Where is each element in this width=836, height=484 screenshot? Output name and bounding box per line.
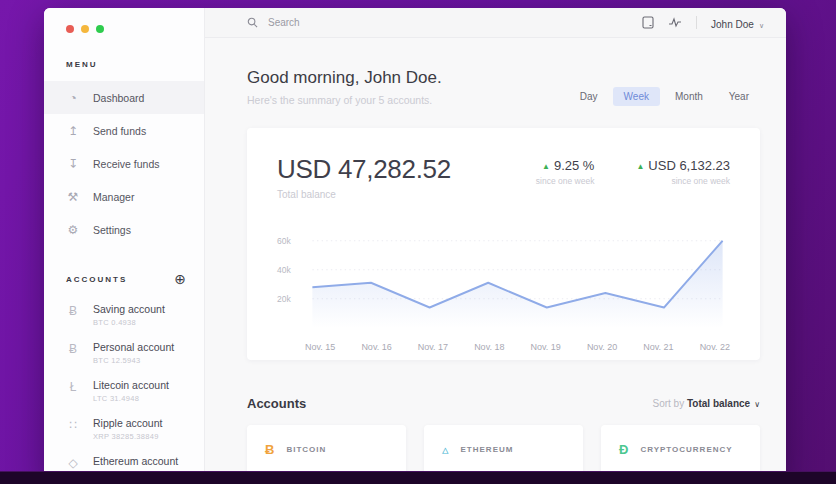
account-balance: BTC 0.4938 — [93, 318, 165, 327]
x-tick-label: Nov. 18 — [474, 342, 504, 352]
balance-card: USD 47,282.52 Total balance ▲9.25 %since… — [247, 128, 760, 360]
top-bar: John Doe∨ — [205, 8, 786, 38]
tab-year[interactable]: Year — [718, 87, 760, 106]
chevron-down-icon: ∨ — [759, 22, 764, 29]
receive-funds-icon: ↧ — [66, 157, 80, 171]
ripple-icon: ∷ — [66, 418, 80, 432]
sidebar-item-receive-funds[interactable]: ↧Receive funds — [44, 147, 204, 180]
search-input[interactable] — [268, 17, 468, 28]
crypto-card-ethereum[interactable]: ▵ETHEREUM — [424, 425, 583, 473]
chart-y-axis: 20k40k60k — [277, 220, 305, 332]
sidebar-item-settings[interactable]: ⚙Settings — [44, 213, 204, 246]
sidebar-item-manager[interactable]: ⚒Manager — [44, 180, 204, 213]
menu-section-label: MENU — [44, 60, 204, 69]
sidebar: MENU ◔Dashboard↥Send funds↧Receive funds… — [44, 8, 205, 484]
close-window-icon[interactable] — [66, 25, 74, 33]
triangle-up-icon: ▲ — [542, 162, 550, 171]
greeting-row: Good morning, John Doe. Here's the summa… — [247, 68, 760, 106]
x-tick-label: Nov. 20 — [587, 342, 617, 352]
sidebar-item-dashboard[interactable]: ◔Dashboard — [44, 81, 204, 114]
change-stat-2: ▲USD 6,132.23since one week — [636, 158, 730, 186]
accounts-list: ɃSaving accountBTC 0.4938ɃPersonal accou… — [44, 296, 204, 477]
crypto-card-label: CRYPTOCURRENCY — [640, 445, 732, 454]
search-bar — [247, 17, 642, 28]
zoom-window-icon[interactable] — [96, 25, 104, 33]
ethereum-icon: ◇ — [66, 456, 80, 470]
sidebar-item-label: Dashboard — [93, 92, 144, 104]
bottom-band — [0, 471, 836, 484]
x-tick-label: Nov. 21 — [643, 342, 673, 352]
x-tick-label: Nov. 19 — [531, 342, 561, 352]
window-controls — [44, 8, 204, 33]
add-account-button[interactable]: ⊕ — [174, 272, 186, 286]
crypto-card-bitcoin[interactable]: ɃBITCOIN — [247, 425, 406, 473]
change-value: 9.25 % — [554, 158, 594, 173]
search-icon — [247, 17, 258, 28]
account-name: Personal account — [93, 341, 174, 353]
content-area: John Doe∨ Good morning, John Doe. Here's… — [205, 8, 786, 484]
app-window: MENU ◔Dashboard↥Send funds↧Receive funds… — [44, 8, 786, 484]
sidebar-account-personal-account[interactable]: ɃPersonal accountBTC 12.5943 — [44, 334, 204, 372]
x-tick-label: Nov. 15 — [305, 342, 335, 352]
accounts-list-title: Accounts — [247, 396, 306, 411]
sidebar-account-ripple-account[interactable]: ∷Ripple accountXRP 38285.38849 — [44, 410, 204, 448]
sort-label: Sort by — [653, 398, 685, 409]
y-tick-label: 20k — [277, 294, 291, 304]
sidebar-item-label: Receive funds — [93, 158, 160, 170]
balance-changes: ▲9.25 %since one week▲USD 6,132.23since … — [536, 154, 730, 186]
sidebar-account-saving-account[interactable]: ɃSaving accountBTC 0.4938 — [44, 296, 204, 334]
bitcoin-icon: Ƀ — [265, 442, 274, 457]
main-panel: Good morning, John Doe. Here's the summa… — [205, 38, 786, 484]
menu-list: ◔Dashboard↥Send funds↧Receive funds⚒Mana… — [44, 81, 204, 246]
sort-dropdown[interactable]: Sort by Total balance∨ — [653, 398, 761, 409]
total-balance-label: Total balance — [277, 189, 451, 200]
chevron-down-icon: ∨ — [754, 400, 760, 409]
tab-day[interactable]: Day — [569, 87, 609, 106]
desktop-background: MENU ◔Dashboard↥Send funds↧Receive funds… — [0, 0, 836, 484]
accounts-section-header: ACCOUNTS ⊕ — [44, 272, 204, 286]
change-stat-1: ▲9.25 %since one week — [536, 158, 595, 186]
sidebar-account-litecoin-account[interactable]: ŁLitecoin accountLTC 31.4948 — [44, 372, 204, 410]
reports-icon[interactable] — [642, 16, 654, 29]
sidebar-item-label: Settings — [93, 224, 131, 236]
divider — [696, 16, 697, 29]
x-tick-label: Nov. 17 — [418, 342, 448, 352]
balance-chart: 20k40k60k Nov. 15Nov. 16Nov. 17Nov. 18No… — [277, 220, 730, 352]
chart-x-axis: Nov. 15Nov. 16Nov. 17Nov. 18Nov. 19Nov. … — [305, 342, 730, 352]
crypto-card-cryptocurrency[interactable]: ÐCRYPTOCURRENCY — [601, 425, 760, 473]
settings-icon: ⚙ — [66, 223, 80, 237]
accounts-section-label: ACCOUNTS — [44, 275, 127, 284]
user-menu[interactable]: John Doe∨ — [711, 14, 764, 32]
change-period: since one week — [536, 176, 595, 186]
change-value: USD 6,132.23 — [648, 158, 730, 173]
page-subtitle: Here's the summary of your 5 accounts. — [247, 94, 442, 106]
account-name: Ripple account — [93, 417, 162, 429]
balance-header: USD 47,282.52 Total balance ▲9.25 %since… — [277, 154, 730, 200]
y-tick-label: 60k — [277, 236, 291, 246]
account-name: Saving account — [93, 303, 165, 315]
crypto-cards-row: ɃBITCOIN▵ETHEREUMÐCRYPTOCURRENCY — [247, 425, 760, 473]
x-tick-label: Nov. 22 — [700, 342, 730, 352]
activity-icon[interactable] — [668, 17, 682, 28]
tab-month[interactable]: Month — [664, 87, 714, 106]
account-name: Litecoin account — [93, 379, 169, 391]
tab-week[interactable]: Week — [613, 87, 660, 106]
sidebar-item-label: Send funds — [93, 125, 146, 137]
minimize-window-icon[interactable] — [81, 25, 89, 33]
y-tick-label: 40k — [277, 265, 291, 275]
page-title: Good morning, John Doe. — [247, 68, 442, 88]
top-bar-actions: John Doe∨ — [642, 14, 764, 32]
ethereum-icon: ▵ — [442, 442, 449, 457]
sidebar-item-send-funds[interactable]: ↥Send funds — [44, 114, 204, 147]
total-balance-amount: USD 47,282.52 — [277, 154, 451, 185]
range-tabs: DayWeekMonthYear — [569, 87, 760, 106]
manager-icon: ⚒ — [66, 190, 80, 204]
sort-value: Total balance — [687, 398, 750, 409]
bitcoin-icon: Ƀ — [66, 342, 80, 356]
send-funds-icon: ↥ — [66, 124, 80, 138]
crypto-card-label: ETHEREUM — [461, 445, 514, 454]
sidebar-item-label: Manager — [93, 191, 134, 203]
triangle-up-icon: ▲ — [636, 162, 644, 171]
x-tick-label: Nov. 16 — [361, 342, 391, 352]
account-balance: LTC 31.4948 — [93, 394, 169, 403]
